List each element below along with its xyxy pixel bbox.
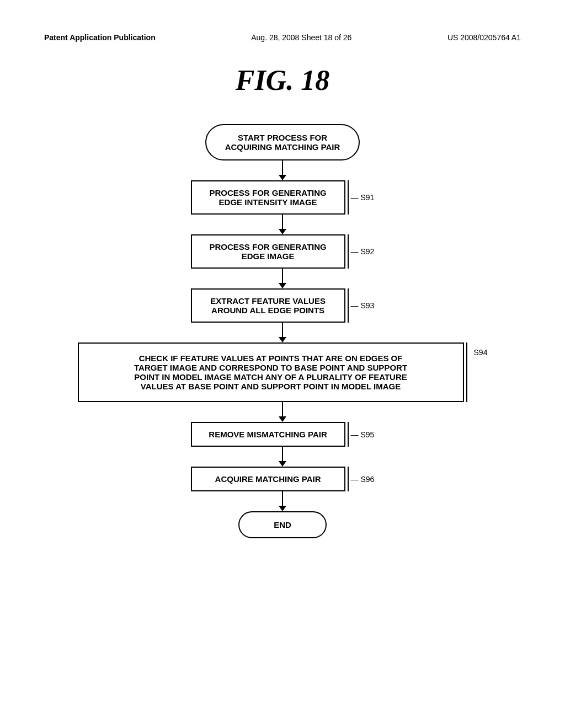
arrow-4 [279,323,286,342]
step-start-row: START PROCESS FORACQUIRING MATCHING PAIR [205,124,360,160]
patent-publication-label: Patent Application Publication [44,33,156,42]
page: Patent Application Publication Aug. 28, … [0,0,565,728]
arrow-1 [279,160,286,180]
step-s91-row: PROCESS FOR GENERATINGEDGE INTENSITY IMA… [191,180,375,215]
step-label-s93: — S93 [351,301,375,310]
arrow-3 [279,269,286,288]
node-start: START PROCESS FORACQUIRING MATCHING PAIR [205,124,360,160]
arrow-head-4 [279,337,286,342]
step-s93-row: EXTRACT FEATURE VALUESAROUND ALL EDGE PO… [191,288,375,323]
arrow-line-2 [282,215,283,229]
flowchart: START PROCESS FORACQUIRING MATCHING PAIR… [44,124,521,538]
figure-title: FIG. 18 [44,64,521,97]
step-label-s95: — S95 [351,430,375,439]
node-s94: CHECK IF FEATURE VALUES AT POINTS THAT A… [78,342,464,402]
arrow-2 [279,215,286,234]
header: Patent Application Publication Aug. 28, … [44,33,521,42]
arrow-head-3 [279,283,286,288]
step-label-s92: — S92 [351,247,375,256]
arrow-line-4 [282,323,283,337]
header-center: Aug. 28, 2008 Sheet 18 of 26 [251,33,351,42]
node-end: END [238,511,327,538]
arrow-head-7 [279,506,286,511]
step-s96-row: ACQUIRE MATCHING PAIR — S96 [191,467,375,491]
arrow-line-3 [282,269,283,283]
arrow-line-7 [282,491,283,506]
step-label-s91: — S91 [351,193,375,202]
header-date-sheet: Aug. 28, 2008 Sheet 18 of 26 [251,33,351,42]
step-s92-row: PROCESS FOR GENERATINGEDGE IMAGE — S92 [191,234,375,269]
arrow-head-2 [279,229,286,234]
node-s93: EXTRACT FEATURE VALUESAROUND ALL EDGE PO… [191,288,345,323]
header-left: Patent Application Publication [44,33,156,42]
arrow-5 [279,402,286,422]
header-patent-number: US 2008/0205764 A1 [447,33,521,42]
arrow-head [279,175,286,180]
arrow-head-5 [279,416,286,422]
node-s91: PROCESS FOR GENERATINGEDGE INTENSITY IMA… [191,180,345,215]
node-s92: PROCESS FOR GENERATINGEDGE IMAGE [191,234,345,269]
step-s95-row: REMOVE MISMATCHING PAIR — S95 [191,422,375,447]
step-label-s96: — S96 [351,475,375,484]
step-end-row: END [238,511,327,538]
arrow-6 [279,447,286,467]
header-right: US 2008/0205764 A1 [447,33,521,42]
arrow-head-6 [279,461,286,467]
arrow-7 [279,491,286,511]
node-s96: ACQUIRE MATCHING PAIR [191,467,345,491]
arrow-line [282,160,283,175]
arrow-line-5 [282,402,283,416]
node-s95: REMOVE MISMATCHING PAIR [191,422,345,447]
arrow-line-6 [282,447,283,461]
step-s94-row: CHECK IF FEATURE VALUES AT POINTS THAT A… [78,342,488,402]
step-label-s94: S94 [474,348,488,357]
